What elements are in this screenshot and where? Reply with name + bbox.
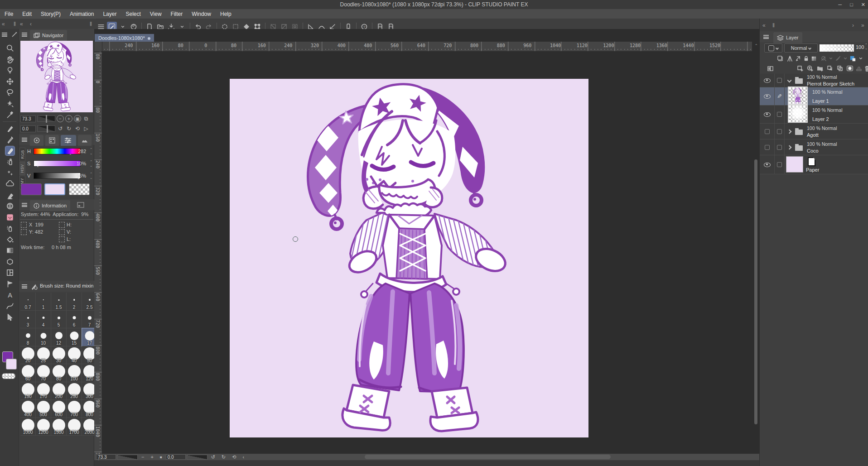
- menu-layer[interactable]: Layer: [98, 11, 121, 17]
- rotate-left-button[interactable]: ↺: [57, 125, 64, 132]
- menu-edit[interactable]: Edit: [18, 11, 36, 17]
- opacity-value[interactable]: 100: [856, 44, 864, 50]
- tool-bucket[interactable]: [5, 235, 14, 244]
- brush-size-40[interactable]: 40: [67, 346, 82, 365]
- visibility-icon[interactable]: [764, 163, 771, 167]
- zoom-100-button[interactable]: ⧉: [82, 115, 90, 122]
- brush-size-2[interactable]: 2: [67, 293, 82, 311]
- tab-color-set[interactable]: [45, 135, 59, 146]
- trash-icon[interactable]: [863, 64, 868, 72]
- navigator-rotation-value[interactable]: 0.0: [20, 125, 36, 132]
- brush-size-80[interactable]: 80: [51, 364, 67, 382]
- menu-window[interactable]: Window: [187, 11, 216, 17]
- tab-color-slider[interactable]: [61, 135, 76, 146]
- main-color-well[interactable]: [21, 183, 42, 195]
- transparent-color-well[interactable]: [69, 183, 90, 195]
- flip-button[interactable]: ▷: [82, 125, 90, 132]
- menu-file[interactable]: File: [0, 11, 18, 17]
- collapse-left-icon[interactable]: «: [2, 21, 6, 27]
- brush-size-60[interactable]: 60: [20, 364, 36, 382]
- tab-color-mixing[interactable]: [78, 135, 92, 146]
- brush-size-15[interactable]: 15: [67, 328, 82, 346]
- brush-size-10[interactable]: 10: [36, 328, 51, 346]
- brush-size-6[interactable]: 6: [67, 311, 82, 329]
- status-rotation-value[interactable]: 0.0: [166, 454, 186, 460]
- status-zoom-in-icon[interactable]: +: [150, 454, 153, 460]
- layer-row-coco[interactable]: 100 % NormalCoco: [760, 139, 868, 155]
- expand-icon[interactable]: [787, 145, 792, 149]
- tool-object[interactable]: [5, 312, 14, 322]
- layer-row-paper[interactable]: Paper: [760, 155, 868, 174]
- layer-palettecolor-icon[interactable]: [849, 54, 857, 62]
- layer-row-layer-2[interactable]: 100 % NormalLayer 2: [760, 106, 868, 124]
- information-menu-icon[interactable]: [22, 203, 27, 207]
- check-icon[interactable]: [777, 145, 782, 150]
- layer-tonal-icon[interactable]: [786, 54, 794, 62]
- brush-size-8[interactable]: 8: [20, 328, 36, 346]
- menu-animation[interactable]: Animation: [65, 11, 98, 17]
- tool-liquify[interactable]: [5, 202, 14, 211]
- tab-navigator[interactable]: Navigator: [30, 30, 67, 41]
- close-button[interactable]: ✕: [861, 0, 865, 9]
- prev-icon[interactable]: ‹: [30, 21, 33, 27]
- stamp-icon[interactable]: [855, 64, 863, 72]
- dock-handle-icon[interactable]: ⫴: [14, 21, 17, 27]
- status-rotation-slider[interactable]: [187, 455, 207, 460]
- collapse-left2-icon[interactable]: «: [20, 21, 24, 27]
- tab-rgb[interactable]: RGB: [19, 148, 25, 161]
- maximize-button[interactable]: □: [850, 0, 853, 9]
- layer-row-layer-1[interactable]: ✎100 % NormalLayer 1: [760, 87, 868, 106]
- zoom-fit-button[interactable]: ▣: [74, 115, 81, 122]
- hue-slider[interactable]: [34, 148, 81, 154]
- tool-menu-icon[interactable]: [2, 33, 7, 37]
- value-spinner[interactable]: ⌃⌄: [90, 172, 92, 180]
- tool-curve[interactable]: [5, 302, 14, 311]
- tool-figure[interactable]: [5, 257, 14, 266]
- status-zoom-slider[interactable]: [117, 455, 138, 460]
- tool-hand[interactable]: [5, 55, 14, 64]
- layer-lmove-icon[interactable]: [794, 54, 802, 62]
- brush-size-30[interactable]: 30: [51, 346, 67, 365]
- tool-lasso[interactable]: [5, 88, 14, 97]
- visibility-checkbox[interactable]: [765, 145, 770, 150]
- navigator-zoom-value[interactable]: 73.3: [20, 115, 36, 122]
- brush-size-200[interactable]: 200: [51, 382, 67, 400]
- check-icon[interactable]: [777, 129, 782, 134]
- tool-tab-pen-icon[interactable]: [11, 31, 18, 38]
- brush-size-menu-icon[interactable]: [22, 284, 27, 288]
- visibility-icon[interactable]: [764, 78, 771, 83]
- new-layer-icon[interactable]: [796, 64, 804, 72]
- layer-lockalpha-icon[interactable]: [810, 54, 818, 62]
- zoom-in-button[interactable]: +: [65, 115, 72, 122]
- brush-size-4[interactable]: 4: [36, 311, 51, 329]
- layer-clip-icon[interactable]: [776, 54, 784, 62]
- value-slider[interactable]: [34, 173, 81, 179]
- brush-size-20[interactable]: 20: [20, 346, 36, 365]
- status-zoom-100-icon[interactable]: ■: [160, 455, 162, 459]
- rotate-right-button[interactable]: ↻: [65, 125, 72, 132]
- tool-gradient[interactable]: [5, 246, 14, 255]
- menu-help[interactable]: Help: [216, 11, 236, 17]
- expand-icon[interactable]: [787, 129, 792, 134]
- brush-size-500[interactable]: 500: [36, 400, 51, 418]
- tab-hsv[interactable]: HSV: [19, 162, 25, 175]
- tab-color-wheel[interactable]: [30, 135, 43, 146]
- brush-size-1[interactable]: 1: [36, 293, 51, 311]
- layer-row-agott[interactable]: 100 % NormalAgott: [760, 124, 868, 139]
- tool-airbrush[interactable]: [5, 157, 14, 166]
- layer-lock-icon[interactable]: [802, 54, 810, 62]
- color-menu-icon[interactable]: [22, 138, 27, 142]
- canvas[interactable]: [230, 79, 588, 437]
- status-prev-icon[interactable]: ‹: [242, 454, 244, 460]
- status-rotate-ccw-icon[interactable]: ↺: [211, 454, 215, 460]
- transparent-color-swatch[interactable]: [2, 373, 15, 379]
- tool-zoom[interactable]: [5, 43, 14, 53]
- dock-handle2-icon[interactable]: ⫴: [90, 21, 93, 27]
- tool-move[interactable]: [5, 77, 14, 86]
- new-folder-icon[interactable]: [816, 64, 824, 72]
- tab-layer[interactable]: Layer: [773, 32, 802, 43]
- visibility-checkbox[interactable]: [765, 129, 770, 134]
- menu-storyp[interactable]: Story(P): [36, 11, 65, 17]
- navigator-rotation-slider[interactable]: [37, 125, 55, 132]
- subview-icon[interactable]: [77, 202, 84, 208]
